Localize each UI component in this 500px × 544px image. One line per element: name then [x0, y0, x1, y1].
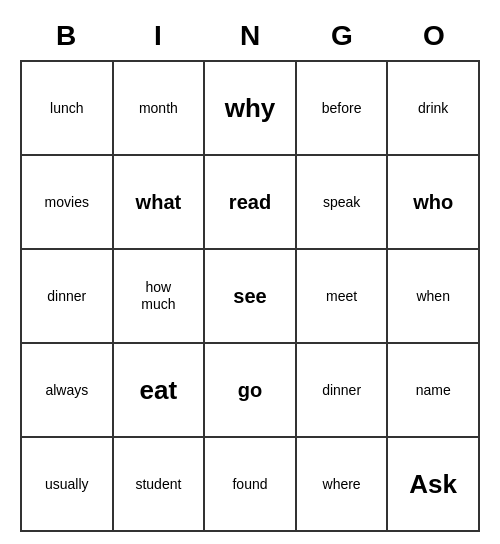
bingo-card: BINGO lunchmonthwhybeforedrinkmovieswhat… — [20, 12, 480, 532]
cell-text-7: read — [229, 191, 271, 213]
bingo-cell-7: read — [205, 156, 297, 250]
bingo-cell-14: when — [388, 250, 480, 344]
bingo-cell-5: movies — [22, 156, 114, 250]
header-letter-b: B — [20, 12, 112, 60]
bingo-header: BINGO — [20, 12, 480, 60]
cell-text-4: drink — [418, 100, 448, 117]
cell-text-17: go — [238, 379, 262, 401]
cell-text-18: dinner — [322, 382, 361, 399]
cell-text-3: before — [322, 100, 362, 117]
cell-text-23: where — [323, 476, 361, 493]
bingo-cell-17: go — [205, 344, 297, 438]
bingo-cell-11: howmuch — [114, 250, 206, 344]
bingo-cell-15: always — [22, 344, 114, 438]
bingo-cell-20: usually — [22, 438, 114, 532]
bingo-grid: lunchmonthwhybeforedrinkmovieswhatreadsp… — [20, 60, 480, 532]
cell-text-12: see — [233, 285, 266, 307]
cell-text-6: what — [136, 191, 182, 213]
cell-text-5: movies — [45, 194, 89, 211]
cell-text-2: why — [225, 94, 276, 123]
bingo-cell-1: month — [114, 62, 206, 156]
bingo-cell-2: why — [205, 62, 297, 156]
cell-text-20: usually — [45, 476, 89, 493]
bingo-cell-10: dinner — [22, 250, 114, 344]
bingo-cell-0: lunch — [22, 62, 114, 156]
header-letter-g: G — [296, 12, 388, 60]
bingo-cell-12: see — [205, 250, 297, 344]
header-letter-i: I — [112, 12, 204, 60]
bingo-cell-24: Ask — [388, 438, 480, 532]
bingo-cell-9: who — [388, 156, 480, 250]
cell-text-22: found — [232, 476, 267, 493]
cell-text-11: howmuch — [141, 279, 175, 313]
cell-text-24: Ask — [409, 470, 457, 499]
cell-text-19: name — [416, 382, 451, 399]
cell-text-14: when — [416, 288, 449, 305]
cell-text-0: lunch — [50, 100, 83, 117]
cell-text-16: eat — [140, 376, 178, 405]
cell-text-9: who — [413, 191, 453, 213]
cell-text-21: student — [135, 476, 181, 493]
bingo-cell-23: where — [297, 438, 389, 532]
bingo-cell-18: dinner — [297, 344, 389, 438]
bingo-cell-21: student — [114, 438, 206, 532]
header-letter-o: O — [388, 12, 480, 60]
bingo-cell-3: before — [297, 62, 389, 156]
cell-text-1: month — [139, 100, 178, 117]
bingo-cell-8: speak — [297, 156, 389, 250]
cell-text-13: meet — [326, 288, 357, 305]
header-letter-n: N — [204, 12, 296, 60]
cell-text-15: always — [45, 382, 88, 399]
bingo-cell-4: drink — [388, 62, 480, 156]
bingo-cell-19: name — [388, 344, 480, 438]
bingo-cell-6: what — [114, 156, 206, 250]
bingo-cell-13: meet — [297, 250, 389, 344]
cell-text-8: speak — [323, 194, 360, 211]
bingo-cell-16: eat — [114, 344, 206, 438]
cell-text-10: dinner — [47, 288, 86, 305]
bingo-cell-22: found — [205, 438, 297, 532]
